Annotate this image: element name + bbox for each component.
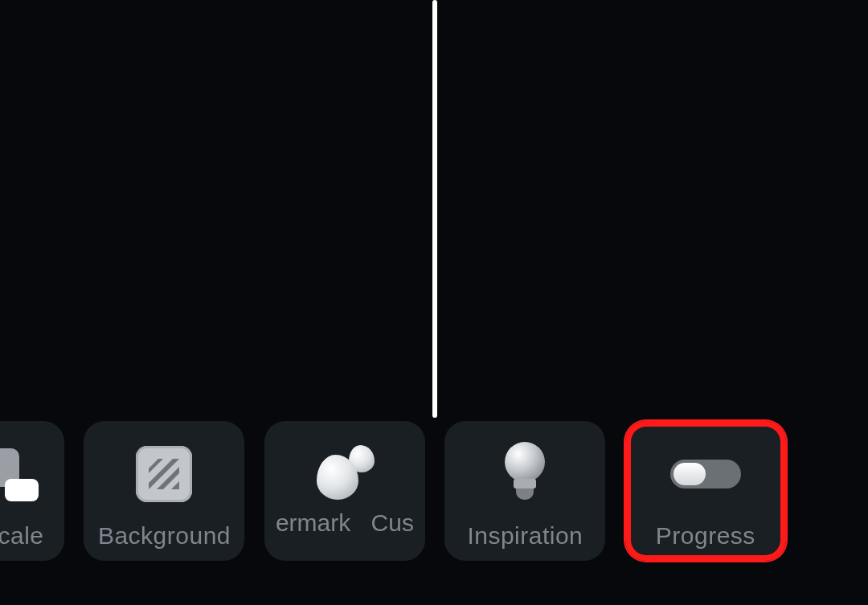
preview-divider xyxy=(432,0,437,418)
background-icon xyxy=(84,442,244,506)
scale-icon xyxy=(0,442,64,506)
tool-scale-label: scale xyxy=(0,522,64,550)
tool-watermark-label-left: ermark xyxy=(276,509,350,537)
tool-progress[interactable]: Progress xyxy=(625,421,786,561)
tool-background[interactable]: Background xyxy=(84,421,244,561)
tool-background-label: Background xyxy=(84,522,244,550)
tool-inspiration[interactable]: Inspiration xyxy=(444,421,605,561)
tool-watermark[interactable]: ermark Cus xyxy=(264,421,425,561)
bottom-toolbar: scale Background xyxy=(0,421,868,574)
watermark-icon xyxy=(264,442,425,506)
tool-progress-label: Progress xyxy=(625,522,786,550)
lightbulb-icon xyxy=(444,442,605,506)
tool-scale[interactable]: scale xyxy=(0,421,64,561)
toggle-icon xyxy=(625,442,786,506)
tool-watermark-label-right: Cus xyxy=(371,509,414,537)
tool-inspiration-label: Inspiration xyxy=(444,522,605,550)
